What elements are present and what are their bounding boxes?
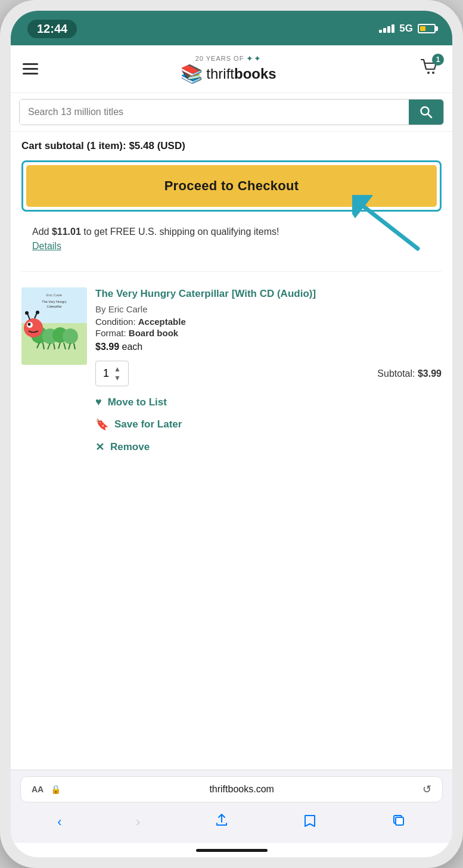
bookmarks-button[interactable] bbox=[297, 811, 323, 833]
close-x-icon: ✕ bbox=[95, 441, 104, 454]
svg-rect-32 bbox=[396, 817, 403, 825]
free-shipping-area: Add $11.01 to get FREE U.S. shipping on … bbox=[21, 219, 442, 259]
logo-main: 📚 thriftbooks bbox=[181, 63, 276, 84]
search-button[interactable] bbox=[409, 100, 443, 125]
cart-count-badge: 1 bbox=[432, 54, 444, 66]
logo-wordmark: thriftbooks bbox=[206, 66, 276, 82]
svg-point-0 bbox=[427, 72, 430, 74]
reload-button[interactable]: ↺ bbox=[422, 783, 431, 796]
quantity-value: 1 bbox=[103, 367, 109, 380]
tabs-icon bbox=[391, 813, 406, 827]
share-button[interactable] bbox=[209, 811, 235, 833]
book-thumbnail: Eric Carle The Very Hungry Caterpillar bbox=[21, 287, 87, 365]
app-content: 20 YEARS OF ✦✦ 📚 thriftbooks bbox=[11, 45, 452, 770]
browser-nav-bar: ‹ › bbox=[20, 808, 443, 837]
logo-top-text: 20 YEARS OF ✦✦ bbox=[195, 54, 262, 63]
svg-point-19 bbox=[36, 311, 39, 314]
item-title: The Very Hungry Caterpillar [With CD (Au… bbox=[95, 287, 442, 300]
signal-bars-icon bbox=[379, 24, 394, 33]
item-format: Format: Board book bbox=[95, 328, 442, 338]
tabs-button[interactable] bbox=[386, 811, 412, 833]
search-input-wrap bbox=[19, 99, 444, 125]
svg-line-3 bbox=[428, 114, 431, 117]
cart-subtotal-text: Cart subtotal (1 item): $5.48 (USD) bbox=[21, 140, 442, 152]
home-bar bbox=[196, 849, 268, 852]
svg-text:Eric Carle: Eric Carle bbox=[46, 293, 63, 297]
book-logo-icon: 📚 bbox=[181, 63, 203, 84]
svg-point-12 bbox=[63, 328, 78, 344]
quantity-selector[interactable]: 1 ▲ ▼ bbox=[95, 361, 129, 386]
svg-point-13 bbox=[24, 318, 43, 337]
cart-item-details: The Very Hungry Caterpillar [With CD (Au… bbox=[95, 287, 442, 454]
phone-inner: 12:44 5G bbox=[11, 11, 452, 857]
bookmark-icon: 🔖 bbox=[95, 418, 108, 431]
item-qty-row: 1 ▲ ▼ Subtotal: $3.99 bbox=[95, 361, 442, 386]
item-price-each: $3.99 each bbox=[95, 342, 442, 352]
cart-button[interactable]: 1 bbox=[419, 57, 440, 81]
share-icon bbox=[215, 813, 229, 827]
book-cover-illustration: Eric Carle The Very Hungry Caterpillar bbox=[21, 287, 87, 365]
network-label: 5G bbox=[399, 23, 413, 35]
free-shipping-text: Add $11.01 to get FREE U.S. shipping on … bbox=[32, 225, 291, 253]
url-text[interactable]: thriftbooks.com bbox=[68, 784, 415, 795]
item-condition: Condition: Acceptable bbox=[95, 317, 442, 327]
battery-fill bbox=[420, 26, 425, 31]
back-button[interactable]: ‹ bbox=[51, 812, 67, 832]
item-author: By Eric Carle bbox=[95, 304, 442, 314]
divider bbox=[21, 271, 442, 272]
search-icon bbox=[420, 106, 433, 119]
svg-point-17 bbox=[25, 311, 29, 315]
bottom-spacer bbox=[11, 463, 452, 487]
status-bar: 12:44 5G bbox=[11, 11, 452, 45]
heart-icon: ♥ bbox=[95, 396, 102, 408]
save-for-later-button[interactable]: 🔖 Save for Later bbox=[95, 418, 442, 431]
annotation-arrow-icon bbox=[352, 195, 424, 255]
move-to-list-button[interactable]: ♥ Move to List bbox=[95, 396, 442, 408]
home-indicator bbox=[11, 843, 452, 857]
svg-line-5 bbox=[364, 207, 418, 249]
hamburger-menu-button[interactable] bbox=[23, 63, 38, 75]
cart-item: Eric Carle The Very Hungry Caterpillar bbox=[11, 278, 452, 463]
svg-point-1 bbox=[432, 72, 434, 74]
svg-text:The Very Hungry: The Very Hungry bbox=[42, 300, 67, 303]
svg-point-15 bbox=[28, 323, 31, 326]
search-input[interactable] bbox=[20, 100, 409, 125]
cart-summary: Cart subtotal (1 item): $5.48 (USD) Proc… bbox=[11, 132, 452, 265]
remove-button[interactable]: ✕ Remove bbox=[95, 441, 442, 454]
search-bar bbox=[11, 93, 452, 132]
text-size-button[interactable]: AA bbox=[32, 785, 43, 794]
svg-text:Caterpillar: Caterpillar bbox=[46, 305, 61, 308]
forward-button[interactable]: › bbox=[130, 812, 146, 832]
battery-icon bbox=[418, 24, 436, 33]
url-bar: AA 🔒 thriftbooks.com ↺ bbox=[20, 776, 443, 802]
free-shipping-details-link[interactable]: Details bbox=[32, 241, 61, 251]
status-time: 12:44 bbox=[27, 20, 77, 38]
status-right: 5G bbox=[379, 23, 436, 35]
logo-stars-icon: ✦✦ bbox=[246, 54, 262, 63]
browser-bar: AA 🔒 thriftbooks.com ↺ ‹ › bbox=[11, 770, 452, 843]
app-header: 20 YEARS OF ✦✦ 📚 thriftbooks bbox=[11, 45, 452, 93]
bookmarks-icon bbox=[303, 813, 317, 827]
quantity-arrows-icon: ▲ ▼ bbox=[114, 365, 121, 382]
item-subtotal: Subtotal: $3.99 bbox=[377, 368, 442, 379]
phone-shell: 12:44 5G bbox=[0, 0, 463, 868]
lock-icon: 🔒 bbox=[51, 785, 61, 794]
item-actions: ♥ Move to List 🔖 Save for Later ✕ Remove bbox=[95, 396, 442, 454]
logo-area: 20 YEARS OF ✦✦ 📚 thriftbooks bbox=[181, 54, 276, 84]
